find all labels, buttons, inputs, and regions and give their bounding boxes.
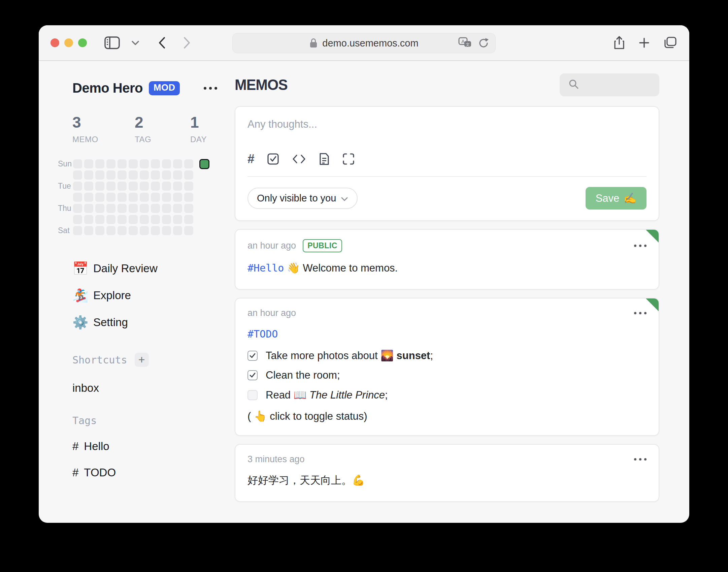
heatmap-cell[interactable]	[140, 159, 149, 168]
heatmap-cell[interactable]	[129, 204, 138, 213]
heatmap-cell[interactable]	[95, 182, 104, 191]
heatmap-cell[interactable]	[84, 193, 93, 202]
username[interactable]: Demo Hero	[72, 81, 143, 96]
search-input[interactable]	[584, 79, 653, 91]
memo-tag-hello[interactable]: #Hello	[247, 262, 284, 274]
close-window-button[interactable]	[51, 38, 59, 47]
heatmap-cell[interactable]	[106, 226, 115, 235]
zoom-window-button[interactable]	[78, 38, 87, 47]
heatmap-cell[interactable]	[140, 204, 149, 213]
heatmap-cell[interactable]	[95, 204, 104, 213]
visibility-select[interactable]: Only visible to you	[247, 188, 358, 209]
new-tab-icon[interactable]	[639, 37, 650, 48]
heatmap-cell[interactable]	[129, 159, 138, 168]
heatmap-cell[interactable]	[162, 226, 171, 235]
heatmap-cell[interactable]	[162, 182, 171, 191]
heatmap-cell[interactable]	[118, 204, 127, 213]
heatmap-cell[interactable]	[184, 226, 193, 235]
heatmap-cell[interactable]	[173, 159, 182, 168]
heatmap-cell[interactable]	[151, 159, 160, 168]
heatmap-cell[interactable]	[151, 226, 160, 235]
heatmap-cell[interactable]	[95, 170, 104, 180]
heatmap-cell[interactable]	[162, 159, 171, 168]
heatmap-cell[interactable]	[95, 193, 104, 202]
heatmap-cell[interactable]	[173, 170, 182, 180]
tag-item-todo[interactable]: # TODO	[72, 466, 222, 479]
memo-more-icon[interactable]	[634, 245, 647, 247]
sidebar-toggle-icon[interactable]	[104, 36, 120, 49]
heatmap-cell[interactable]	[184, 193, 193, 202]
chevron-down-icon[interactable]	[131, 40, 139, 45]
heatmap-cell[interactable]	[95, 226, 104, 235]
heatmap-cell[interactable]	[162, 193, 171, 202]
heatmap-cell[interactable]	[173, 226, 182, 235]
heatmap-cell[interactable]	[118, 215, 127, 224]
heatmap-cell[interactable]	[151, 182, 160, 191]
heatmap-cell[interactable]	[95, 159, 104, 168]
heatmap-cell[interactable]	[140, 226, 149, 235]
share-icon[interactable]	[614, 36, 625, 50]
heatmap-cell[interactable]	[173, 204, 182, 213]
heatmap-cell[interactable]	[106, 204, 115, 213]
checkbox-unchecked[interactable]	[247, 390, 258, 400]
insert-code-icon[interactable]	[292, 153, 306, 165]
memo-more-icon[interactable]	[634, 458, 647, 460]
heatmap-cell[interactable]	[129, 193, 138, 202]
heatmap-cell[interactable]	[140, 215, 149, 224]
sidebar-item-explore[interactable]: 🏂 Explore	[72, 282, 222, 309]
heatmap-cell[interactable]	[173, 215, 182, 224]
checkbox-checked[interactable]	[247, 370, 258, 380]
heatmap-cell[interactable]	[151, 215, 160, 224]
heatmap-cell[interactable]	[140, 193, 149, 202]
heatmap-cell[interactable]	[84, 204, 93, 213]
checkbox-checked[interactable]	[247, 351, 258, 361]
heatmap-cell[interactable]	[106, 170, 115, 180]
heatmap-cell[interactable]	[106, 159, 115, 168]
memo-more-icon[interactable]	[634, 312, 647, 314]
heatmap-cell[interactable]	[140, 170, 149, 180]
editor-input[interactable]: Any thoughts...	[247, 118, 647, 133]
translate-icon[interactable]: A文	[458, 37, 472, 49]
heatmap-cell[interactable]	[84, 215, 93, 224]
heatmap-cell[interactable]	[118, 193, 127, 202]
add-shortcut-button[interactable]: +	[135, 353, 149, 367]
heatmap-cell[interactable]	[106, 193, 115, 202]
heatmap-cell[interactable]	[73, 193, 82, 202]
tab-overview-icon[interactable]	[664, 37, 676, 49]
attach-file-icon[interactable]	[319, 152, 330, 166]
heatmap-cell[interactable]	[151, 204, 160, 213]
save-button[interactable]: Save ✍️	[586, 187, 647, 210]
heatmap-cell-today[interactable]	[199, 159, 209, 169]
heatmap-cell[interactable]	[73, 215, 82, 224]
heatmap-cell[interactable]	[84, 182, 93, 191]
heatmap-cell[interactable]	[118, 159, 127, 168]
heatmap-cell[interactable]	[129, 226, 138, 235]
heatmap-cell[interactable]	[184, 182, 193, 191]
minimize-window-button[interactable]	[64, 38, 73, 47]
sidebar-item-setting[interactable]: ⚙️ Setting	[72, 309, 222, 336]
heatmap-cell[interactable]	[151, 193, 160, 202]
heatmap-cell[interactable]	[162, 204, 171, 213]
heatmap-cell[interactable]	[84, 170, 93, 180]
reload-icon[interactable]	[478, 37, 489, 49]
heatmap-cell[interactable]	[129, 215, 138, 224]
heatmap-cell[interactable]	[73, 204, 82, 213]
heatmap-cell[interactable]	[151, 170, 160, 180]
shortcut-item-inbox[interactable]: inbox	[72, 382, 222, 394]
heatmap-cell[interactable]	[184, 159, 193, 168]
forward-button[interactable]	[183, 37, 191, 49]
sidebar-item-daily-review[interactable]: 📅 Daily Review	[72, 255, 222, 282]
url-bar[interactable]: demo.usememos.com A文	[232, 33, 496, 53]
heatmap-cell[interactable]	[162, 170, 171, 180]
memo-tag-todo[interactable]: #TODO	[247, 328, 278, 340]
heatmap-cell[interactable]	[106, 215, 115, 224]
heatmap-cell[interactable]	[118, 226, 127, 235]
heatmap-cell[interactable]	[106, 182, 115, 191]
heatmap-cell[interactable]	[73, 226, 82, 235]
fullscreen-icon[interactable]	[342, 153, 355, 165]
heatmap-cell[interactable]	[140, 182, 149, 191]
heatmap-cell[interactable]	[173, 182, 182, 191]
insert-checkbox-icon[interactable]	[267, 153, 279, 165]
profile-more-icon[interactable]	[204, 87, 217, 90]
heatmap-cell[interactable]	[84, 226, 93, 235]
